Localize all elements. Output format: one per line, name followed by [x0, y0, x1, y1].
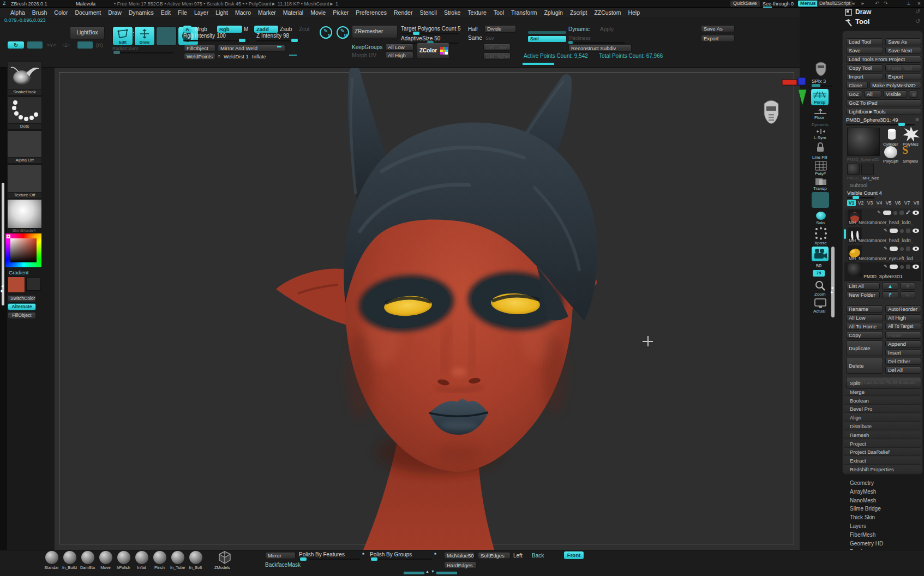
zadd-toggle[interactable]: Zadd [254, 26, 278, 33]
alternate-button[interactable]: Alternate [8, 303, 36, 310]
shelf-scrollbar[interactable] [831, 247, 835, 317]
z-intensity-thumb[interactable] [291, 39, 298, 42]
target-polygons-slider[interactable] [401, 33, 459, 34]
dim-toggle-icon[interactable] [900, 247, 904, 251]
paint-icon[interactable]: ✎ [884, 229, 887, 233]
front-view-button[interactable]: Front [564, 551, 584, 559]
stroke-thumb[interactable] [7, 97, 42, 124]
color-swatch-mini2[interactable] [77, 41, 93, 49]
polish-features-slider[interactable] [299, 559, 360, 560]
menu-item[interactable]: File [178, 9, 187, 16]
mirror-and-weld-button[interactable]: Mirror And Weld [218, 45, 285, 52]
all-to-home-button[interactable]: All To Home [846, 323, 883, 330]
menu-item[interactable]: Dynamics [129, 9, 154, 16]
smt-toggle[interactable]: Smt [528, 36, 566, 42]
polish-groups-slider[interactable] [370, 559, 432, 560]
current-tool-thumb[interactable] [847, 128, 880, 156]
menu-item[interactable]: Brush [32, 9, 47, 16]
color-swatch-mini[interactable] [27, 41, 43, 49]
goz-button[interactable]: GoZ [846, 91, 862, 98]
subtool-row-head[interactable]: ✎🖉 MH_Necromancer_head_lod0_ [844, 208, 921, 227]
color-picker-sv-square[interactable] [10, 238, 37, 262]
visibility-eye-icon[interactable] [913, 265, 919, 269]
subtool-up-button[interactable]: ▲ [882, 283, 898, 290]
timeline-bar-left[interactable] [404, 572, 424, 574]
default-zscript-button[interactable]: DefaultZScript [817, 1, 853, 7]
a-toggle[interactable]: A [183, 26, 191, 33]
move-mode-button[interactable] [156, 26, 177, 46]
paint-icon[interactable]: ✎ [884, 265, 887, 269]
tool-section-item[interactable]: Thick Skin [847, 513, 923, 521]
undo-history-button[interactable]: ↻ [8, 41, 24, 49]
divide-button[interactable]: Divide [484, 25, 516, 33]
subtool-action-item[interactable]: Project BasRelief [844, 448, 921, 456]
subtool-action-item[interactable]: Extract [844, 457, 921, 465]
fillobject-button[interactable]: FillObject [184, 45, 215, 52]
transp-icon[interactable] [815, 178, 827, 185]
active-tool-slider[interactable] [846, 124, 915, 125]
transp-label[interactable]: Transp [813, 186, 827, 191]
dim-toggle2-icon[interactable] [906, 229, 910, 233]
dim-toggle-icon[interactable] [893, 211, 897, 215]
viewport[interactable] [55, 68, 800, 550]
dim-toggle-icon[interactable] [900, 229, 904, 233]
subtool-tab[interactable]: V8 [912, 200, 921, 206]
quick-brush[interactable]: fn_Tube [169, 551, 187, 570]
menu-item[interactable]: Marker [258, 9, 276, 16]
model-demon-head[interactable] [55, 68, 800, 550]
hardedges-button[interactable]: HardEdges [444, 562, 477, 569]
radial-count-thumb[interactable] [113, 51, 120, 54]
line-fill-label[interactable]: Line Fill [812, 155, 827, 160]
spix-slider[interactable] [812, 85, 832, 87]
zoom-icon[interactable] [815, 280, 826, 291]
subtool-row-eye[interactable]: ✎ MH_Necromancer_eyeLeft_lod [844, 244, 921, 263]
del-all-button[interactable]: Del All [885, 367, 921, 374]
quick-brush[interactable]: Inflat [133, 551, 151, 570]
rgb-intensity-slider[interactable] [183, 40, 249, 41]
polyf-label[interactable]: PolyF [815, 171, 826, 176]
menu-item[interactable]: Draw [108, 9, 122, 16]
all-high-button[interactable]: All High [385, 52, 413, 59]
menu-item[interactable]: Movie [310, 9, 326, 16]
shelf-head-icon[interactable] [814, 60, 828, 76]
thickness-thumb[interactable] [568, 41, 573, 44]
visibility-eye-icon[interactable] [913, 247, 919, 251]
polish-groups-dot[interactable]: * [434, 552, 436, 558]
sym-y-label[interactable]: >Y< [47, 43, 56, 48]
material-name[interactable]: SkinShade4 [7, 228, 41, 233]
st-all-high-button[interactable]: All High [885, 314, 921, 321]
toggle-pill-icon[interactable] [883, 211, 891, 215]
goz-all-button[interactable]: All [864, 91, 881, 98]
actual-icon[interactable] [814, 298, 826, 308]
tool-export-button[interactable]: Export [885, 73, 921, 80]
see-through-slider[interactable]: See-through 0 [763, 1, 794, 7]
tool-section-item[interactable]: Geometry [847, 479, 923, 487]
goz-to-ipad-button[interactable]: GoZ To iPad [846, 99, 921, 106]
spix-label[interactable]: SPix 3 [812, 79, 826, 84]
zsub-label[interactable]: Zsub [280, 26, 292, 32]
timeline-up-icon[interactable]: ▲ [425, 569, 429, 573]
dim-toggle2-icon[interactable] [906, 265, 910, 269]
subtool-tab[interactable]: V7 [903, 200, 911, 206]
lsym-icon[interactable] [815, 129, 827, 134]
solo-label[interactable]: Solo [816, 220, 825, 225]
clone-button[interactable]: Clone [846, 82, 868, 89]
visible-count-slider[interactable] [847, 197, 874, 199]
tool-section-item[interactable]: ArrayMesh [847, 488, 923, 496]
polish-features-thumb[interactable] [300, 557, 307, 561]
lsym-label[interactable]: L.Sym [814, 135, 826, 140]
weld-circle-icon[interactable]: ○ [218, 53, 220, 59]
dim-toggle-icon[interactable] [900, 265, 904, 269]
subtool-tab[interactable]: V3 [866, 200, 874, 206]
menu-item[interactable]: ZZCustom [594, 9, 621, 16]
polish-groups-thumb[interactable] [371, 557, 377, 561]
suv-toggle[interactable]: Suv [485, 35, 494, 41]
subtool-tab[interactable]: V6 [893, 200, 902, 206]
subtool-action-item[interactable]: Boolean [844, 397, 921, 405]
active-tool-name[interactable]: PM3D_Sphere3D1: 49 [846, 117, 898, 123]
menu-item[interactable]: Transform [511, 9, 537, 16]
menu-item[interactable]: Light [215, 9, 228, 16]
inflate-label[interactable]: Inflate [252, 53, 266, 59]
active-tool-flag-icon[interactable]: ▣ [915, 117, 920, 122]
tool-save-button[interactable]: Save [846, 47, 883, 54]
